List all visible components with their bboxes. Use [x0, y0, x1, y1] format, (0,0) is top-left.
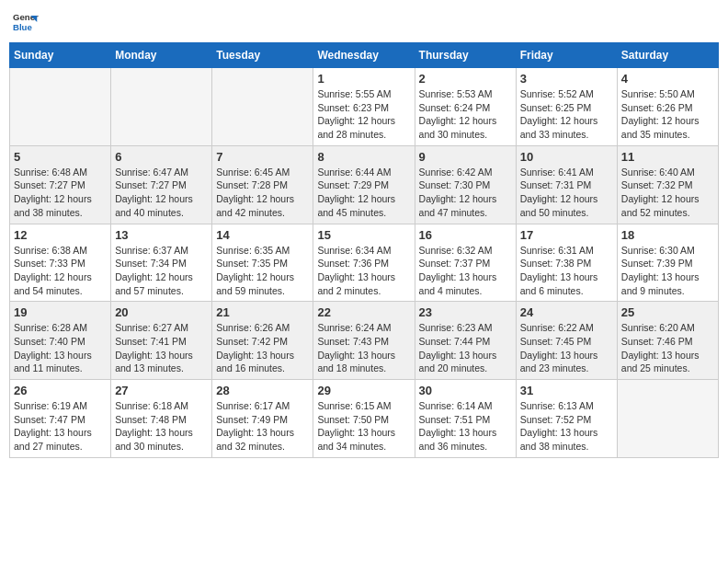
day-number: 4 [621, 72, 714, 86]
logo-icon: General Blue [13, 9, 39, 35]
calendar-week-row: 19Sunrise: 6:28 AM Sunset: 7:40 PM Dayli… [10, 302, 719, 380]
weekday-header-saturday: Saturday [617, 43, 718, 68]
day-info: Sunrise: 6:45 AM Sunset: 7:28 PM Dayligh… [216, 166, 309, 220]
weekday-header-sunday: Sunday [10, 43, 111, 68]
day-info: Sunrise: 5:52 AM Sunset: 6:25 PM Dayligh… [520, 87, 613, 142]
calendar-cell: 8Sunrise: 6:44 AM Sunset: 7:29 PM Daylig… [313, 145, 415, 224]
weekday-header-thursday: Thursday [415, 43, 516, 68]
day-number: 16 [419, 228, 512, 242]
day-info: Sunrise: 6:47 AM Sunset: 7:27 PM Dayligh… [115, 166, 208, 220]
calendar-cell: 19Sunrise: 6:28 AM Sunset: 7:40 PM Dayli… [10, 302, 111, 380]
day-info: Sunrise: 6:44 AM Sunset: 7:29 PM Dayligh… [317, 166, 410, 220]
day-number: 17 [520, 228, 613, 242]
day-number: 14 [216, 228, 309, 242]
calendar-cell: 18Sunrise: 6:30 AM Sunset: 7:39 PM Dayli… [617, 224, 718, 302]
day-info: Sunrise: 6:48 AM Sunset: 7:27 PM Dayligh… [14, 166, 107, 220]
calendar-cell: 10Sunrise: 6:41 AM Sunset: 7:31 PM Dayli… [516, 145, 617, 224]
calendar-cell: 17Sunrise: 6:31 AM Sunset: 7:38 PM Dayli… [516, 224, 617, 302]
day-number: 12 [14, 228, 107, 242]
calendar-cell: 7Sunrise: 6:45 AM Sunset: 7:28 PM Daylig… [212, 145, 313, 224]
day-info: Sunrise: 6:23 AM Sunset: 7:44 PM Dayligh… [419, 321, 512, 375]
calendar-cell: 20Sunrise: 6:27 AM Sunset: 7:41 PM Dayli… [111, 302, 212, 380]
day-info: Sunrise: 5:50 AM Sunset: 6:26 PM Dayligh… [621, 87, 714, 142]
day-number: 3 [520, 72, 613, 86]
calendar-week-row: 12Sunrise: 6:38 AM Sunset: 7:33 PM Dayli… [10, 224, 719, 302]
weekday-header-friday: Friday [516, 43, 617, 68]
day-info: Sunrise: 6:31 AM Sunset: 7:38 PM Dayligh… [520, 244, 613, 298]
day-info: Sunrise: 5:53 AM Sunset: 6:24 PM Dayligh… [419, 87, 512, 142]
day-info: Sunrise: 5:55 AM Sunset: 6:23 PM Dayligh… [317, 87, 410, 142]
day-info: Sunrise: 6:22 AM Sunset: 7:45 PM Dayligh… [520, 321, 613, 375]
day-number: 27 [115, 384, 208, 397]
calendar-cell: 4Sunrise: 5:50 AM Sunset: 6:26 PM Daylig… [617, 68, 718, 146]
calendar-cell: 1Sunrise: 5:55 AM Sunset: 6:23 PM Daylig… [313, 68, 415, 146]
calendar-cell: 15Sunrise: 6:34 AM Sunset: 7:36 PM Dayli… [313, 224, 415, 302]
day-info: Sunrise: 6:18 AM Sunset: 7:48 PM Dayligh… [115, 399, 208, 454]
day-info: Sunrise: 6:19 AM Sunset: 7:47 PM Dayligh… [14, 399, 107, 454]
day-info: Sunrise: 6:35 AM Sunset: 7:35 PM Dayligh… [216, 244, 309, 298]
day-number: 18 [621, 228, 714, 242]
day-info: Sunrise: 6:26 AM Sunset: 7:42 PM Dayligh… [216, 321, 309, 375]
weekday-header-row: SundayMondayTuesdayWednesdayThursdayFrid… [10, 43, 719, 68]
calendar-cell: 5Sunrise: 6:48 AM Sunset: 7:27 PM Daylig… [10, 145, 111, 224]
calendar-cell: 29Sunrise: 6:15 AM Sunset: 7:50 PM Dayli… [313, 380, 415, 458]
calendar-week-row: 26Sunrise: 6:19 AM Sunset: 7:47 PM Dayli… [10, 380, 719, 458]
day-info: Sunrise: 6:15 AM Sunset: 7:50 PM Dayligh… [317, 399, 410, 454]
day-info: Sunrise: 6:32 AM Sunset: 7:37 PM Dayligh… [419, 244, 512, 298]
day-number: 26 [14, 384, 107, 397]
calendar-cell: 30Sunrise: 6:14 AM Sunset: 7:51 PM Dayli… [415, 380, 516, 458]
day-info: Sunrise: 6:37 AM Sunset: 7:34 PM Dayligh… [115, 244, 208, 298]
day-info: Sunrise: 6:28 AM Sunset: 7:40 PM Dayligh… [14, 321, 107, 375]
calendar-cell: 3Sunrise: 5:52 AM Sunset: 6:25 PM Daylig… [516, 68, 617, 146]
calendar-cell [111, 68, 212, 146]
day-info: Sunrise: 6:42 AM Sunset: 7:30 PM Dayligh… [419, 166, 512, 220]
day-number: 19 [14, 305, 107, 319]
calendar-cell: 14Sunrise: 6:35 AM Sunset: 7:35 PM Dayli… [212, 224, 313, 302]
calendar-cell: 13Sunrise: 6:37 AM Sunset: 7:34 PM Dayli… [111, 224, 212, 302]
weekday-header-wednesday: Wednesday [313, 43, 415, 68]
calendar-cell: 24Sunrise: 6:22 AM Sunset: 7:45 PM Dayli… [516, 302, 617, 380]
day-number: 25 [621, 305, 714, 319]
day-number: 28 [216, 384, 309, 397]
day-info: Sunrise: 6:17 AM Sunset: 7:49 PM Dayligh… [216, 399, 309, 454]
day-info: Sunrise: 6:27 AM Sunset: 7:41 PM Dayligh… [115, 321, 208, 375]
day-number: 20 [115, 305, 208, 319]
calendar-cell [10, 68, 111, 146]
day-number: 11 [621, 150, 714, 164]
calendar-cell: 9Sunrise: 6:42 AM Sunset: 7:30 PM Daylig… [415, 145, 516, 224]
calendar-cell: 21Sunrise: 6:26 AM Sunset: 7:42 PM Dayli… [212, 302, 313, 380]
day-info: Sunrise: 6:24 AM Sunset: 7:43 PM Dayligh… [317, 321, 410, 375]
day-info: Sunrise: 6:30 AM Sunset: 7:39 PM Dayligh… [621, 244, 714, 298]
calendar-cell: 11Sunrise: 6:40 AM Sunset: 7:32 PM Dayli… [617, 145, 718, 224]
calendar-cell: 6Sunrise: 6:47 AM Sunset: 7:27 PM Daylig… [111, 145, 212, 224]
day-info: Sunrise: 6:40 AM Sunset: 7:32 PM Dayligh… [621, 166, 714, 220]
day-number: 10 [520, 150, 613, 164]
day-number: 5 [14, 150, 107, 164]
day-number: 24 [520, 305, 613, 319]
day-number: 30 [419, 384, 512, 397]
day-number: 23 [419, 305, 512, 319]
day-number: 31 [520, 384, 613, 397]
day-number: 6 [115, 150, 208, 164]
day-number: 7 [216, 150, 309, 164]
calendar-cell: 25Sunrise: 6:20 AM Sunset: 7:46 PM Dayli… [617, 302, 718, 380]
weekday-header-tuesday: Tuesday [212, 43, 313, 68]
day-number: 15 [317, 228, 410, 242]
day-number: 2 [419, 72, 512, 86]
day-info: Sunrise: 6:38 AM Sunset: 7:33 PM Dayligh… [14, 244, 107, 298]
weekday-header-monday: Monday [111, 43, 212, 68]
day-info: Sunrise: 6:14 AM Sunset: 7:51 PM Dayligh… [419, 399, 512, 454]
calendar-cell: 2Sunrise: 5:53 AM Sunset: 6:24 PM Daylig… [415, 68, 516, 146]
calendar-cell [617, 380, 718, 458]
calendar-week-row: 1Sunrise: 5:55 AM Sunset: 6:23 PM Daylig… [10, 68, 719, 146]
svg-text:Blue: Blue [13, 22, 32, 32]
calendar-cell [212, 68, 313, 146]
calendar-week-row: 5Sunrise: 6:48 AM Sunset: 7:27 PM Daylig… [10, 145, 719, 224]
day-info: Sunrise: 6:20 AM Sunset: 7:46 PM Dayligh… [621, 321, 714, 375]
day-info: Sunrise: 6:13 AM Sunset: 7:52 PM Dayligh… [520, 399, 613, 454]
calendar-cell: 27Sunrise: 6:18 AM Sunset: 7:48 PM Dayli… [111, 380, 212, 458]
calendar-cell: 12Sunrise: 6:38 AM Sunset: 7:33 PM Dayli… [10, 224, 111, 302]
calendar-cell: 22Sunrise: 6:24 AM Sunset: 7:43 PM Dayli… [313, 302, 415, 380]
day-info: Sunrise: 6:41 AM Sunset: 7:31 PM Dayligh… [520, 166, 613, 220]
calendar-table: SundayMondayTuesdayWednesdayThursdayFrid… [9, 42, 719, 458]
